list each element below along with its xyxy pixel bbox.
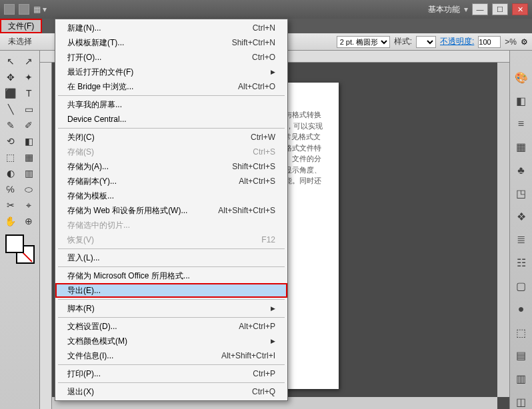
menu-save: 存储(S)Ctrl+S [55,145,287,159]
menu-device-central[interactable]: Device Central... [55,112,287,127]
opacity-label[interactable]: 不透明度: [440,36,474,47]
dock-panel-icon[interactable]: 🎨 [513,71,529,85]
file-menu-dropdown: 新建(N)...Ctrl+N 从模板新建(T)...Shift+Ctrl+N 打… [55,19,288,401]
no-selection-label: 未选择 [4,36,36,47]
app-icon-2 [19,4,29,15]
menu-save-web[interactable]: 存储为 Web 和设备所用格式(W)...Alt+Shift+Ctrl+S [55,203,287,218]
minimize-button[interactable]: — [472,3,488,15]
opacity-pct-label: >% [505,37,517,47]
dock-panel-icon[interactable]: ☷ [513,256,529,270]
tool-button[interactable]: ⊕ [20,213,39,229]
menu-save-copy[interactable]: 存储副本(Y)...Alt+Ctrl+S [55,174,287,189]
options-icon[interactable]: ⚙ [521,37,528,47]
workspace-label[interactable]: 基本功能 [428,4,460,15]
menu-share-screen[interactable]: 共享我的屏幕... [55,97,287,112]
dock-panel-icon[interactable]: ◧ [513,94,529,108]
tool-button[interactable]: ▦ [20,149,39,165]
color-swatch[interactable] [5,234,35,264]
dock-panel-icon[interactable]: ● [513,302,529,316]
tool-button[interactable]: T [20,85,39,101]
menu-save-slices: 存储选中的切片... [55,218,287,232]
layout-menu-icon[interactable]: ▦ ▾ [33,5,47,14]
tool-button[interactable]: ℅ [1,181,20,197]
dock-panel-icon[interactable]: ◫ [513,395,529,409]
menu-export[interactable]: 导出(E)... [55,283,287,298]
menu-print[interactable]: 打印(P)...Ctrl+P [55,366,287,381]
tool-button[interactable]: ↖ [1,53,20,69]
dock-panel-icon[interactable]: ❖ [513,210,529,224]
close-button[interactable]: ✕ [512,3,528,15]
ruler-vertical [40,63,52,409]
menu-recent[interactable]: 最近打开的文件(F) [55,65,287,79]
style-select[interactable] [416,36,436,48]
dock-panel-icon[interactable]: ◳ [513,187,529,201]
menu-new[interactable]: 新建(N)...Ctrl+N [55,21,287,35]
menu-exit[interactable]: 退出(X)Ctrl+Q [55,384,287,399]
menu-close[interactable]: 关闭(C)Ctrl+W [55,130,287,145]
tool-button[interactable]: ◧ [20,133,39,149]
dock-panel-icon[interactable]: ≣ [513,233,529,247]
dock-panel-icon[interactable]: ≡ [513,117,529,131]
chevron-down-icon: ▾ [464,5,468,14]
tool-button[interactable]: ◐ [1,165,20,181]
dock-panel-icon[interactable]: ▤ [513,349,529,363]
tool-button[interactable]: ╲ [1,101,20,117]
menu-file-info[interactable]: 文件信息(I)...Alt+Shift+Ctrl+I [55,348,287,363]
tool-button[interactable]: ⬭ [20,181,39,197]
tool-button[interactable]: ✐ [20,117,39,133]
tool-button[interactable]: ↗ [20,53,39,69]
app-icon [4,4,15,15]
dock-panel-icon[interactable]: ♣ [513,163,529,177]
menu-new-template[interactable]: 从模板新建(T)...Shift+Ctrl+N [55,35,287,50]
tool-button[interactable]: ✦ [20,69,39,85]
opacity-input[interactable] [478,36,501,48]
menu-revert: 恢复(V)F12 [55,232,287,247]
maximize-button[interactable]: ☐ [492,3,508,15]
menu-place[interactable]: 置入(L)... [55,250,287,265]
menu-doc-setup[interactable]: 文档设置(D)...Alt+Ctrl+P [55,319,287,334]
tool-button[interactable]: ⬚ [1,149,20,165]
menu-open[interactable]: 打开(O)...Ctrl+O [55,50,287,65]
menu-bridge[interactable]: 在 Bridge 中浏览...Alt+Ctrl+O [55,79,287,94]
style-label: 样式: [394,36,412,47]
menu-save-template[interactable]: 存储为模板... [55,189,287,203]
tool-button[interactable]: ⬛ [1,85,20,101]
tool-button[interactable]: ✎ [1,117,20,133]
tool-button[interactable]: ✥ [1,69,20,85]
right-dock: 🎨◧≡▦♣◳❖≣☷▢●⬚▤▥◫ [509,51,532,409]
menu-file[interactable]: 文件(F) [0,19,42,33]
dock-panel-icon[interactable]: ▥ [513,372,529,386]
tool-button[interactable]: ▭ [20,101,39,117]
menu-scripts[interactable]: 脚本(R) [55,301,287,316]
scrollbar-vertical[interactable] [497,63,509,397]
tool-button[interactable]: ✂ [1,197,20,213]
menu-save-office[interactable]: 存储为 Microsoft Office 所用格式... [55,268,287,283]
dock-panel-icon[interactable]: ⬚ [513,326,529,340]
tool-button[interactable]: ⌖ [20,197,39,213]
stroke-select[interactable]: 2 pt. 椭圆形 [337,36,390,48]
dock-panel-icon[interactable]: ▦ [513,140,529,154]
toolbox: ↖↗✥✦⬛T╲▭✎✐⟲◧⬚▦◐▥℅⬭✂⌖✋⊕ [0,51,40,409]
dock-panel-icon[interactable]: ▢ [513,279,529,293]
menu-save-as[interactable]: 存储为(A)...Shift+Ctrl+S [55,159,287,174]
tool-button[interactable]: ⟲ [1,133,20,149]
tool-button[interactable]: ▥ [20,165,39,181]
tool-button[interactable]: ✋ [1,213,20,229]
menu-color-mode[interactable]: 文档颜色模式(M) [55,334,287,348]
